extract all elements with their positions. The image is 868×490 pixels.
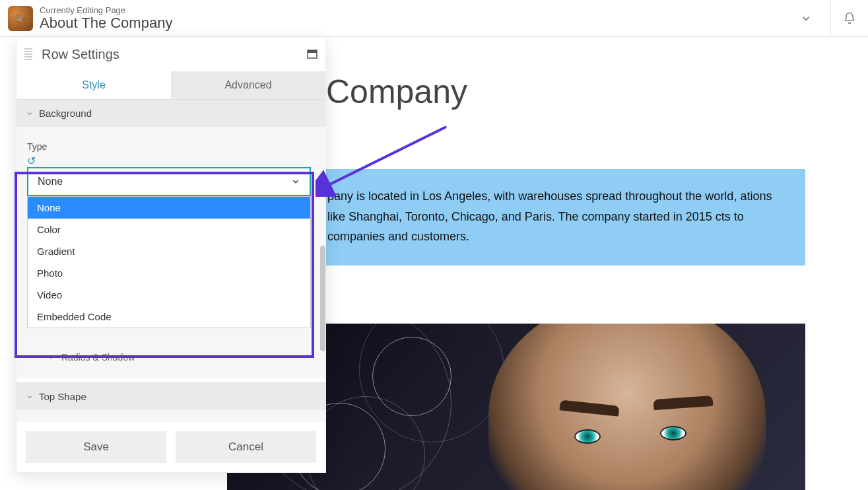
- save-button[interactable]: Save: [26, 431, 166, 463]
- tab-advanced[interactable]: Advanced: [171, 71, 325, 99]
- tab-style[interactable]: Style: [17, 71, 171, 99]
- beaver-logo: 🦫: [8, 6, 33, 31]
- cancel-button[interactable]: Cancel: [176, 431, 316, 463]
- section-background-label: Background: [39, 108, 92, 119]
- topbar: 🦫 Currently Editing Page About The Compa…: [0, 0, 868, 37]
- drag-handle-icon[interactable]: [24, 48, 32, 60]
- panel-titlebar[interactable]: Row Settings: [17, 37, 325, 71]
- chevron-down-icon: [291, 177, 300, 186]
- page-title: About The Company: [40, 15, 172, 31]
- section-radius-shadow[interactable]: Radius & Shadow: [27, 345, 315, 369]
- type-option-embedded[interactable]: Embedded Code: [28, 306, 310, 328]
- type-option-none[interactable]: None: [28, 197, 310, 219]
- chevron-down-icon: [26, 110, 34, 118]
- top-shape-label: Top Shape: [39, 391, 86, 402]
- type-select-wrap: None None Color Gradient Photo Video Emb…: [27, 167, 315, 196]
- editing-subtitle: Currently Editing Page: [40, 5, 172, 15]
- section-top-shape[interactable]: Top Shape: [17, 382, 325, 410]
- page-title-block[interactable]: Currently Editing Page About The Company: [40, 5, 172, 31]
- maximize-icon[interactable]: [307, 50, 317, 59]
- type-select[interactable]: None: [27, 167, 311, 196]
- type-label: Type: [27, 141, 315, 152]
- type-option-video[interactable]: Video: [28, 284, 310, 306]
- type-dropdown: None Color Gradient Photo Video Embedded…: [27, 196, 311, 328]
- chevron-right-icon: [47, 353, 55, 361]
- type-option-gradient[interactable]: Gradient: [28, 240, 310, 262]
- page-heading: Company: [326, 73, 467, 111]
- type-selected-value: None: [38, 176, 63, 188]
- row-settings-panel: Row Settings Style Advanced Background T…: [16, 37, 326, 473]
- panel-actions: Save Cancel: [17, 422, 325, 472]
- type-option-photo[interactable]: Photo: [28, 262, 310, 284]
- panel-scrollbar[interactable]: [320, 246, 325, 351]
- highlighted-text: pany is located in Los Angeles, with war…: [327, 190, 772, 243]
- chevron-down-icon: [26, 393, 34, 401]
- background-content: Type ↺ None None Color Gradient Photo Vi…: [17, 127, 325, 378]
- reset-icon[interactable]: ↺: [27, 155, 315, 167]
- section-background[interactable]: Background: [17, 99, 325, 127]
- notifications-icon[interactable]: [831, 0, 868, 37]
- radius-shadow-label: Radius & Shadow: [61, 352, 135, 363]
- panel-title: Row Settings: [42, 47, 119, 62]
- type-option-color[interactable]: Color: [28, 219, 310, 240]
- svg-rect-1: [308, 50, 317, 53]
- title-dropdown[interactable]: [800, 13, 812, 24]
- panel-tabs: Style Advanced: [17, 71, 325, 99]
